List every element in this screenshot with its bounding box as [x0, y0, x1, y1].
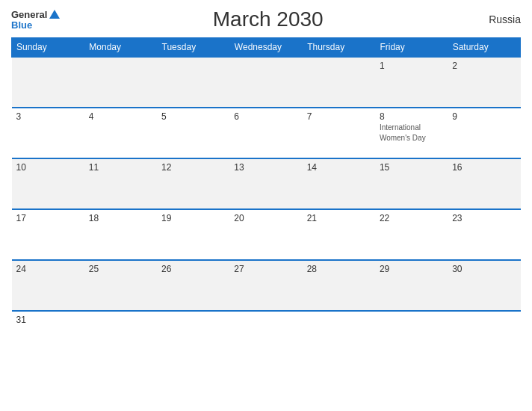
- weekday-header-friday: Friday: [375, 38, 448, 58]
- day-number: 12: [161, 162, 225, 173]
- calendar-week-row: 24252627282930: [12, 260, 521, 311]
- day-number: 19: [161, 213, 225, 223]
- calendar-cell: 6: [229, 108, 302, 158]
- calendar-cell: 27: [229, 260, 302, 311]
- day-number: 22: [380, 213, 443, 223]
- day-number: 31: [16, 315, 80, 325]
- header: General Blue March 2030 Russia: [11, 7, 521, 31]
- calendar-cell: [229, 57, 302, 108]
- day-number: 28: [307, 264, 371, 274]
- calendar-cell: 7: [303, 108, 375, 158]
- calendar-cell: 23: [448, 209, 520, 260]
- calendar-week-row: 31: [12, 311, 521, 362]
- calendar-cell: 9: [448, 108, 520, 158]
- calendar-cell: 4: [84, 108, 157, 158]
- calendar-cell: [448, 311, 520, 362]
- calendar-cell: 22: [375, 209, 448, 260]
- calendar-cell: 17: [12, 209, 84, 260]
- calendar-cell: 15: [375, 158, 448, 209]
- weekday-header-row: SundayMondayTuesdayWednesdayThursdayFrid…: [12, 38, 521, 58]
- day-number: 14: [307, 162, 371, 173]
- calendar-cell: [303, 311, 375, 362]
- calendar-cell: 25: [84, 260, 157, 311]
- weekday-header-wednesday: Wednesday: [229, 38, 302, 58]
- calendar-week-row: 345678International Women's Day9: [12, 108, 521, 158]
- calendar-cell: [12, 57, 84, 108]
- calendar-cell: 19: [157, 209, 229, 260]
- day-number: 26: [161, 264, 225, 274]
- calendar-cell: 3: [12, 108, 84, 158]
- day-number: 24: [16, 264, 80, 274]
- calendar-table: SundayMondayTuesdayWednesdayThursdayFrid…: [11, 37, 521, 362]
- day-number: 1: [380, 61, 443, 71]
- calendar-cell: 2: [448, 57, 520, 108]
- logo-blue-text: Blue: [11, 20, 32, 30]
- calendar-cell: [157, 57, 229, 108]
- calendar-cell: [375, 311, 448, 362]
- calendar-cell: 20: [229, 209, 302, 260]
- calendar-cell: 18: [84, 209, 157, 260]
- day-number: 13: [234, 162, 297, 173]
- weekday-header-thursday: Thursday: [303, 38, 375, 58]
- calendar-cell: 10: [12, 158, 84, 209]
- day-number: 17: [16, 213, 80, 223]
- day-number: 10: [16, 162, 80, 173]
- day-number: 4: [89, 111, 152, 122]
- calendar-cell: 16: [448, 158, 520, 209]
- day-number: 2: [452, 61, 516, 71]
- day-number: 25: [89, 264, 152, 274]
- day-number: 6: [234, 111, 297, 122]
- day-number: 27: [234, 264, 297, 274]
- day-number: 21: [307, 213, 371, 223]
- calendar-header: SundayMondayTuesdayWednesdayThursdayFrid…: [12, 38, 521, 58]
- day-number: 11: [89, 162, 152, 173]
- calendar-cell: 29: [375, 260, 448, 311]
- calendar-cell: [84, 311, 157, 362]
- day-number: 5: [161, 111, 225, 122]
- calendar-cell: 21: [303, 209, 375, 260]
- weekday-header-sunday: Sunday: [12, 38, 84, 58]
- calendar-cell: 13: [229, 158, 302, 209]
- calendar-cell: 28: [303, 260, 375, 311]
- calendar-body: 12345678International Women's Day9101112…: [12, 57, 521, 362]
- day-event: International Women's Day: [380, 123, 426, 142]
- day-number: 20: [234, 213, 297, 223]
- calendar-cell: [84, 57, 157, 108]
- logo-triangle-icon: [49, 10, 60, 19]
- day-number: 3: [16, 111, 80, 122]
- calendar-title: March 2030: [60, 7, 476, 31]
- calendar-cell: 1: [375, 57, 448, 108]
- logo: General Blue: [11, 10, 60, 30]
- calendar-cell: 30: [448, 260, 520, 311]
- day-number: 15: [380, 162, 443, 173]
- day-number: 8: [380, 111, 443, 122]
- calendar-cell: [303, 57, 375, 108]
- calendar-week-row: 10111213141516: [12, 158, 521, 209]
- page: General Blue March 2030 Russia SundayMon…: [0, 0, 532, 411]
- calendar-week-row: 12: [12, 57, 521, 108]
- day-number: 23: [452, 213, 516, 223]
- calendar-cell: 26: [157, 260, 229, 311]
- calendar-cell: 12: [157, 158, 229, 209]
- day-number: 29: [380, 264, 443, 274]
- calendar-cell: 31: [12, 311, 84, 362]
- day-number: 9: [452, 111, 516, 122]
- calendar-cell: 5: [157, 108, 229, 158]
- calendar-cell: 14: [303, 158, 375, 209]
- day-number: 30: [452, 264, 516, 274]
- day-number: 18: [89, 213, 152, 223]
- calendar-cell: 8International Women's Day: [375, 108, 448, 158]
- weekday-header-monday: Monday: [84, 38, 157, 58]
- day-number: 7: [307, 111, 371, 122]
- calendar-cell: 24: [12, 260, 84, 311]
- country-label: Russia: [476, 13, 521, 25]
- day-number: 16: [452, 162, 516, 173]
- logo-general-text: General: [11, 10, 47, 19]
- calendar-cell: [229, 311, 302, 362]
- calendar-week-row: 17181920212223: [12, 209, 521, 260]
- weekday-header-saturday: Saturday: [448, 38, 520, 58]
- calendar-cell: [157, 311, 229, 362]
- calendar-cell: 11: [84, 158, 157, 209]
- weekday-header-tuesday: Tuesday: [157, 38, 229, 58]
